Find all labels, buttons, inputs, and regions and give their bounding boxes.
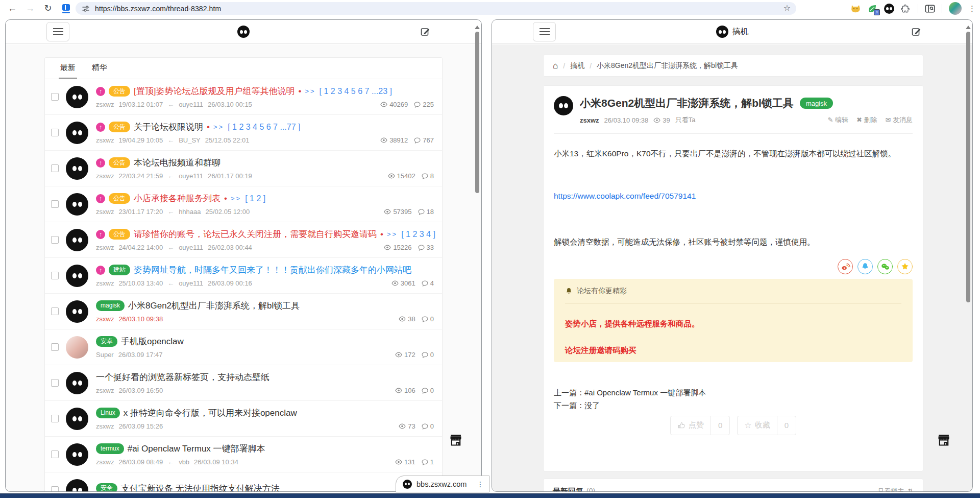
author-avatar[interactable]: [554, 96, 573, 115]
thread-row[interactable]: magisk小米8Gen2机型出厂非澎湃系统，解bl锁工具zsxwz26/03.…: [45, 294, 442, 329]
sort-order-icon[interactable]: ⇅: [908, 487, 914, 491]
delete-action[interactable]: ✖ 删除: [856, 115, 877, 125]
thread-avatar[interactable]: [66, 265, 88, 287]
thread-row[interactable]: ↑公告[置顶]姿势论坛总版规及用户组等其他说明•>>[ 1 2 3 4 5 6 …: [45, 79, 442, 115]
forward-icon[interactable]: →: [24, 0, 36, 17]
thread-title[interactable]: [置顶]姿势论坛总版规及用户组等其他说明: [134, 85, 295, 97]
thread-avatar[interactable]: [66, 336, 88, 359]
thread-badge[interactable]: 公告: [109, 193, 130, 204]
thread-title[interactable]: 手机版openclaw: [121, 336, 184, 347]
thread-avatar[interactable]: [66, 86, 88, 108]
thread-title[interactable]: x 推特逆向命令行版，可以用来对接openclaw: [124, 407, 297, 419]
thread-checkbox[interactable]: [51, 415, 59, 422]
thread-title[interactable]: 小米8Gen2机型出厂非澎湃系统，解bl锁工具: [128, 300, 300, 312]
last-page-chevron[interactable]: >>: [387, 230, 398, 238]
site-favicon-extension-icon[interactable]: [884, 4, 894, 14]
forum-logo[interactable]: 搞机: [716, 26, 749, 38]
edit-action[interactable]: ✎ 编辑: [827, 115, 848, 125]
thread-row[interactable]: 安全支付宝新设备 无法使用指纹支付解决方法: [45, 472, 442, 491]
url-text[interactable]: https://bbs.zsxwz.com/thread-8382.htm: [95, 5, 221, 13]
menu-hamburger-button[interactable]: [533, 22, 556, 41]
thread-row[interactable]: ↑公告本论坛电报频道和群聊zsxwz22/03.24 21:59←ouye111…: [45, 151, 442, 186]
menu-hamburger-button[interactable]: [46, 22, 69, 41]
compose-button[interactable]: [421, 27, 430, 37]
tab-latest[interactable]: 最新: [60, 63, 76, 79]
thread-checkbox[interactable]: [51, 272, 59, 279]
thread-checkbox[interactable]: [51, 343, 59, 351]
shop-float-button[interactable]: [447, 431, 465, 449]
tab-digest[interactable]: 精华: [92, 63, 107, 79]
chip-menu-icon[interactable]: ⋮: [477, 480, 484, 488]
profile-avatar[interactable]: [949, 2, 962, 15]
thread-checkbox[interactable]: [51, 129, 59, 136]
thread-title[interactable]: 关于论坛权限说明: [134, 121, 203, 133]
like-button[interactable]: 点赞 0: [670, 416, 730, 435]
thread-pagination[interactable]: [ 1 2 ]: [245, 194, 265, 203]
scroll-up-arrow-icon[interactable]: [475, 26, 480, 29]
prev-thread-link[interactable]: #ai Openclaw Termux 一键部署脚本: [584, 388, 706, 397]
thread-row[interactable]: 一个挺好看的浏览器新标签页，支持动态壁纸zsxwz26/03.09 16:501…: [45, 365, 442, 401]
thread-badge[interactable]: 建站: [109, 265, 130, 275]
thread-row[interactable]: ↑公告小店承接各种服务列表•>>[ 1 2 ]zsxwz23/01.17 17:…: [45, 186, 442, 222]
side-panel-search-icon[interactable]: [925, 4, 935, 13]
forum-logo[interactable]: [237, 26, 250, 38]
thread-badge[interactable]: 公告: [109, 157, 130, 168]
bookmark-star-icon[interactable]: ☆: [783, 3, 791, 13]
thread-badge[interactable]: magisk: [96, 300, 125, 311]
qq-share-icon[interactable]: [857, 259, 873, 274]
browser-menu-icon[interactable]: ⋮: [968, 4, 976, 13]
thread-title[interactable]: 支付宝新设备 无法使用指纹支付解决方法: [121, 483, 280, 492]
thread-checkbox[interactable]: [51, 450, 59, 458]
thread-title[interactable]: #ai Openclaw Termux 一键部署脚本: [128, 443, 265, 455]
thread-row[interactable]: ↑公告关于论坛权限说明•>>[ 1 2 3 4 5 6 7 ...77 ]zsx…: [45, 115, 442, 151]
thread-pagination[interactable]: [ 1 2 3 4 ]: [401, 230, 435, 239]
thread-pagination[interactable]: [ 1 2 3 4 5 6 7 ...77 ]: [228, 123, 300, 132]
thread-checkbox[interactable]: [51, 307, 59, 315]
back-icon[interactable]: ←: [7, 0, 18, 17]
thread-badge[interactable]: 公告: [109, 122, 130, 132]
thread-checkbox[interactable]: [51, 486, 59, 491]
home-icon[interactable]: ⌂: [553, 61, 558, 71]
thread-badge[interactable]: 公告: [109, 229, 130, 240]
thread-title[interactable]: 小店承接各种服务列表: [134, 193, 220, 204]
wechat-share-icon[interactable]: [877, 259, 893, 274]
reload-icon[interactable]: ↻: [42, 0, 54, 17]
only-author-link[interactable]: 只看Ta: [675, 115, 696, 125]
thread-checkbox[interactable]: [51, 93, 59, 101]
thread-row[interactable]: ↑建站姿势网址导航，时隔多年又回来了！！！贡献出你们深藏多年的小网站吧zsxwz…: [45, 258, 442, 294]
tune-icon[interactable]: [82, 5, 90, 13]
url-bar[interactable]: https://bbs.zsxwz.com/thread-8382.htm ☆: [76, 2, 796, 15]
only-op-link[interactable]: 只看楼主: [877, 487, 904, 491]
message-action[interactable]: ✉ 发消息: [885, 115, 913, 125]
right-panel-scrollbar[interactable]: [965, 23, 971, 488]
left-panel-scrollbar[interactable]: [474, 23, 480, 488]
post-link[interactable]: https://www.coolapk.com/feed/70579141: [554, 192, 913, 201]
weibo-share-icon[interactable]: [838, 259, 853, 274]
last-page-chevron[interactable]: >>: [305, 87, 315, 95]
thread-author[interactable]: zsxwz: [580, 116, 599, 124]
thread-avatar[interactable]: [66, 229, 88, 251]
cat-extension-icon[interactable]: [850, 4, 861, 13]
thread-checkbox[interactable]: [51, 236, 59, 244]
thread-avatar[interactable]: [66, 479, 88, 492]
scrollbar-thumb[interactable]: [966, 32, 970, 302]
thread-badge[interactable]: termux: [96, 443, 124, 454]
thread-checkbox[interactable]: [51, 200, 59, 208]
thread-title[interactable]: 姿势网址导航，时隔多年又回来了！！！贡献出你们深藏多年的小网站吧: [134, 264, 411, 276]
thread-avatar[interactable]: [66, 408, 88, 430]
thread-title[interactable]: 本论坛电报频道和群聊: [134, 157, 220, 169]
thread-avatar[interactable]: [66, 300, 88, 323]
thread-pagination[interactable]: [ 1 2 3 4 5 6 7 ...23 ]: [320, 87, 392, 96]
thread-row[interactable]: ↑公告请珍惜你的账号，论坛已永久关闭注册，需要就自行购买邀请码•>>[ 1 2 …: [45, 222, 442, 258]
reader-mode-icon[interactable]: [62, 4, 70, 13]
thread-avatar[interactable]: [66, 372, 88, 394]
thread-avatar[interactable]: [66, 157, 88, 180]
thread-row[interactable]: Linuxx 推特逆向命令行版，可以用来对接openclawzsxwz26/03…: [45, 401, 442, 437]
thread-badge[interactable]: magisk: [800, 98, 833, 109]
scroll-up-arrow-icon[interactable]: [966, 26, 971, 29]
shop-float-button[interactable]: [935, 431, 953, 449]
scrollbar-thumb[interactable]: [475, 32, 479, 193]
favorite-button[interactable]: ☆收藏 0: [737, 416, 796, 435]
extensions-puzzle-icon[interactable]: [901, 4, 911, 14]
leaf-extension-icon[interactable]: 1: [867, 4, 877, 14]
